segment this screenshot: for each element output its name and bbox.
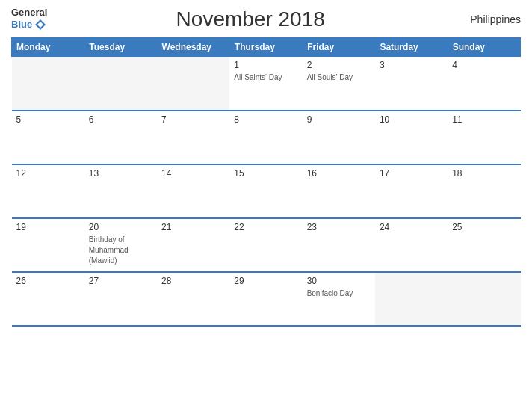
day-number: 14 <box>161 168 225 179</box>
day-number: 16 <box>307 168 371 179</box>
col-header-wednesday: Wednesday <box>157 38 229 57</box>
day-number: 19 <box>16 222 80 232</box>
col-header-saturday: Saturday <box>375 38 448 57</box>
day-number: 10 <box>380 114 443 125</box>
calendar-cell <box>448 272 520 326</box>
calendar-cell: 11 <box>448 111 520 164</box>
day-number: 6 <box>89 114 152 125</box>
calendar-cell: 4 <box>448 57 520 111</box>
day-number: 23 <box>307 222 371 232</box>
day-number: 18 <box>452 168 516 179</box>
calendar-cell <box>84 57 157 111</box>
col-header-monday: Monday <box>12 38 84 57</box>
day-number: 24 <box>380 222 443 232</box>
calendar-cell <box>375 272 448 326</box>
calendar-cell: 10 <box>375 111 448 164</box>
header: General Blue November 2018 Philippines <box>11 7 521 31</box>
calendar-cell: 6 <box>84 111 157 164</box>
calendar-cell: 19 <box>12 218 84 272</box>
page-title: November 2018 <box>47 7 454 31</box>
col-header-sunday: Sunday <box>448 38 520 57</box>
col-header-friday: Friday <box>303 38 375 57</box>
day-number: 26 <box>16 276 80 286</box>
calendar-cell: 2All Souls' Day <box>303 57 375 111</box>
day-number: 17 <box>380 168 443 179</box>
calendar-week-row: 1All Saints' Day2All Souls' Day34 <box>12 57 521 111</box>
calendar-cell: 30Bonifacio Day <box>303 272 375 326</box>
calendar-cell: 20Birthday of Muhammad (Mawlid) <box>84 218 157 272</box>
calendar-week-row: 1920Birthday of Muhammad (Mawlid)2122232… <box>12 218 521 272</box>
event-label: Birthday of Muhammad (Mawlid) <box>89 235 129 265</box>
col-header-tuesday: Tuesday <box>84 38 157 57</box>
calendar-cell: 3 <box>375 57 448 111</box>
day-number: 1 <box>234 60 297 70</box>
day-number: 12 <box>16 168 80 179</box>
day-number: 4 <box>452 60 516 70</box>
calendar-cell: 27 <box>84 272 157 326</box>
calendar-cell: 17 <box>375 164 448 218</box>
day-number: 13 <box>89 168 152 179</box>
day-number: 20 <box>89 222 152 232</box>
day-number: 30 <box>307 276 371 286</box>
calendar-cell: 22 <box>229 218 302 272</box>
calendar-cell <box>12 57 84 111</box>
calendar-cell: 26 <box>12 272 84 326</box>
day-number: 7 <box>161 114 225 125</box>
calendar-cell: 15 <box>229 164 302 218</box>
calendar-cell: 21 <box>157 218 229 272</box>
logo-general-text: General <box>11 7 47 18</box>
calendar-cell <box>157 57 229 111</box>
calendar-week-row: 567891011 <box>12 111 521 164</box>
day-number: 5 <box>16 114 80 125</box>
calendar-week-row: 12131415161718 <box>12 164 521 218</box>
calendar-cell: 1All Saints' Day <box>229 57 302 111</box>
day-number: 11 <box>452 114 516 125</box>
logo-icon <box>34 18 47 31</box>
day-number: 9 <box>307 114 371 125</box>
logo-blue-text: Blue <box>11 19 32 30</box>
calendar-header-row: MondayTuesdayWednesdayThursdayFridaySatu… <box>12 38 521 57</box>
logo: General Blue <box>11 7 47 31</box>
day-number: 21 <box>161 222 225 232</box>
day-number: 29 <box>234 276 297 286</box>
day-number: 2 <box>307 60 371 70</box>
calendar-table: MondayTuesdayWednesdayThursdayFridaySatu… <box>11 37 521 327</box>
calendar-cell: 7 <box>157 111 229 164</box>
calendar-cell: 9 <box>303 111 375 164</box>
calendar-cell: 14 <box>157 164 229 218</box>
calendar-cell: 18 <box>448 164 520 218</box>
day-number: 27 <box>89 276 152 286</box>
day-number: 8 <box>234 114 297 125</box>
calendar-cell: 28 <box>157 272 229 326</box>
calendar-cell: 5 <box>12 111 84 164</box>
calendar-cell: 8 <box>229 111 302 164</box>
day-number: 15 <box>234 168 297 179</box>
calendar-week-row: 2627282930Bonifacio Day <box>12 272 521 326</box>
calendar-cell: 25 <box>448 218 520 272</box>
event-label: All Souls' Day <box>307 73 353 81</box>
calendar-cell: 23 <box>303 218 375 272</box>
day-number: 25 <box>452 222 516 232</box>
col-header-thursday: Thursday <box>229 38 302 57</box>
day-number: 22 <box>234 222 297 232</box>
event-label: Bonifacio Day <box>307 289 353 297</box>
day-number: 28 <box>161 276 225 286</box>
calendar-cell: 16 <box>303 164 375 218</box>
day-number: 3 <box>380 60 443 70</box>
event-label: All Saints' Day <box>234 73 282 81</box>
country-label: Philippines <box>454 13 521 25</box>
calendar-cell: 13 <box>84 164 157 218</box>
calendar-cell: 12 <box>12 164 84 218</box>
calendar-cell: 29 <box>229 272 302 326</box>
calendar-cell: 24 <box>375 218 448 272</box>
